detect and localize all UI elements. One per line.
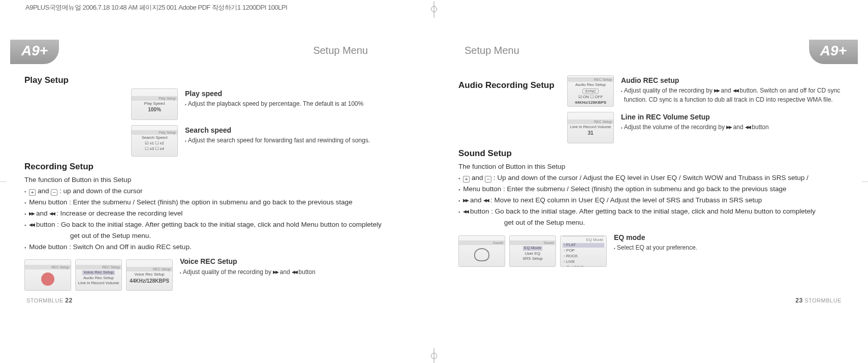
recording-setup-body: The function of Button in this Setup + a… [24,175,410,252]
thumb-row: ☑ ON ☐ OFF [577,95,604,100]
thumb-line: SRS Setup [521,257,544,261]
search-speed-desc: Search speed Adjust the search speed for… [185,125,370,157]
crop-mark-bot [431,353,437,359]
thumb-bar: Sound [459,240,505,245]
headphone-icon [474,248,489,261]
play-speed-text: Adjust the playback speed by percentage.… [188,100,363,108]
sound-setup-title: Sound Setup [458,148,844,159]
thumb-rec-1: REC Setup [24,259,71,291]
thumb-bar: Paly Setup [132,96,177,101]
page-spread: A9+ Setup Menu Play Setup Paly Setup Pla… [0,40,868,299]
eq-text: Select EQ at your preference. [617,244,697,252]
audio-rec-heading: Audio REC setup [621,75,844,85]
sound-item-4: ◀◀ button : Go back to the initial stage… [463,206,816,217]
menu-title-left: Setup Menu [313,45,368,56]
thumb-line: Search Speed [141,136,169,140]
footer-left: STORMBLUE 22 [26,297,73,304]
thumb-bar: REC Setup [25,265,71,269]
thumb-bar: REC Setup [568,119,613,124]
voice-rec-text: Adjust quality of the recording by ▶▶ an… [183,268,316,277]
thumb-line: Line in Record Volume [569,125,612,130]
thumb-line: ◦ ROCK [563,254,604,259]
search-speed-text: Adjust the search speed for forwarding f… [188,136,370,145]
rec-item-3: ▶▶ and ◀◀ : Increase or decrease the rec… [29,208,182,219]
thumb-value: 100% [148,107,161,112]
rec-item-2: Menu button : Enter the submenu / Select… [29,197,352,208]
rec-item-5: Mode button : Switch On and Off in audio… [29,242,191,253]
line-in-heading: Line in REC Volume Setup [621,112,844,122]
thumb-sound-3: Sound EQ Mode ◦ FLAT ◦ POP ◦ ROCK ◦ LIVE… [560,235,607,267]
thumb-line: ◦ LIVE [563,260,604,264]
line-in-desc: Line in REC Volume Setup Adjust the volu… [621,112,844,143]
voice-rec-desc: Voice REC Setup Adjust quality of the re… [180,256,316,294]
thumb-sync: SYNC [582,88,599,94]
thumb-play-speed: Paly Setup Play Speed 100% [131,88,178,120]
page-left: A9+ Setup Menu Play Setup Paly Setup Pla… [0,40,434,299]
recording-setup-title: Recording Setup [24,162,410,172]
page-right: A9+ Setup Menu Audio Recording Setup REC… [434,40,868,299]
thumb-rec-2: REC Setup Voice Rec Setup Audio Rec Setu… [75,259,122,291]
thumb-line-in: REC Setup Line in Record Volume 31 [567,112,614,143]
thumb-search-speed: Paly Setup Search Speed ☑ x1 ☐ x2 ☐ x3 ☐… [131,125,178,157]
thumb-value: 44KHz/128KBPS [130,278,169,284]
sound-intro: The function of Button in this Setup [458,162,844,172]
thumb-line: EQ Mode [523,246,542,251]
thumb-bar: REC Setup [568,77,613,82]
thumb-line: ◦ CLASSIC [563,265,604,267]
thumb-sound-1: Sound [458,235,505,267]
thumb-line: Play Speed [143,102,166,106]
rec-item-1: + and − : up and down of the cursor [29,186,142,197]
thumb-line: EQ Mode [563,238,604,243]
thumb-line: User EQ [524,252,542,256]
audio-rec-text: Adjust quality of the recording by ▶▶ an… [624,86,844,104]
crop-header: A9PLUS국영메뉴얼 2006.7.18 10:48 AM 페이지25 001… [25,3,287,12]
play-setup-title: Play Setup [24,75,410,85]
thumb-bar: REC Setup [76,265,121,269]
product-badge-right: A9+ [809,40,858,64]
thumb-rec-3: REC Setup Voice Rec Setup 44KHz/128KBPS [126,259,173,291]
rec-item-4: ◀◀ button : Go back to the initial stage… [29,220,382,230]
sound-item-4b: get out of the Setup menu. [504,218,844,228]
audio-rec-desc: Audio REC setup Adjust quality of the re… [621,75,844,107]
sound-item-3: ▶▶ and ◀◀ : Move to next EQ column in Us… [463,195,762,206]
thumb-bar: Paly Setup [132,130,177,135]
eq-desc: EQ mode Select EQ at your preference. [614,232,697,270]
thumb-line: ◦ POP [563,249,604,253]
thumb-line: Voice Rec Setup [82,270,114,275]
rec-item-4b: get out of the Setup menu. [70,231,410,241]
thumb-row: ☑ x1 ☐ x2 [144,141,165,146]
footer-right: 23 STORMBLUE [795,297,842,304]
thumb-line: Audio Rec Setup [574,83,607,87]
thumb-value: 44KHz/128KBPS [575,100,606,105]
play-speed-desc: Play speed Adjust the playback speed by … [185,88,363,120]
thumb-bar: Sound [510,240,555,245]
crop-mark-top [431,6,437,12]
product-badge-left: A9+ [10,40,59,64]
eq-heading: EQ mode [614,232,697,243]
menu-title-right: Setup Menu [464,45,519,56]
rec-intro: The function of Button in this Setup [24,175,410,186]
audio-rec-title: Audio Recording Setup [458,80,560,90]
sound-setup-body: The function of Button in this Setup + a… [458,162,844,228]
thumb-bar: Sound [563,235,604,237]
mic-icon [41,273,54,286]
sound-item-2: Menu button : Enter the submenu / Select… [463,184,786,195]
thumb-bar: REC Setup [127,267,172,271]
thumb-value: 31 [587,130,593,136]
line-in-text: Adjust the volume of the recording by ▶▶… [624,123,769,132]
search-speed-heading: Search speed [185,125,370,135]
voice-rec-heading: Voice REC Setup [180,256,316,266]
thumb-line: ◦ FLAT [563,243,604,248]
thumb-line: Audio Rec Setup [82,276,115,281]
sound-item-1: + and − : Up and down of the cursor / Ad… [463,173,809,184]
thumb-sound-2: Sound EQ Mode User EQ SRS Setup [509,235,556,267]
thumb-audio-rec: REC Setup Audio Rec Setup SYNC ☑ ON ☐ OF… [567,75,614,107]
thumb-line: Line in Record Volume [77,281,120,286]
thumb-row: ☐ x3 ☐ x4 [144,147,165,152]
thumb-line: Voice Rec Setup [133,273,165,277]
play-speed-heading: Play speed [185,88,363,99]
